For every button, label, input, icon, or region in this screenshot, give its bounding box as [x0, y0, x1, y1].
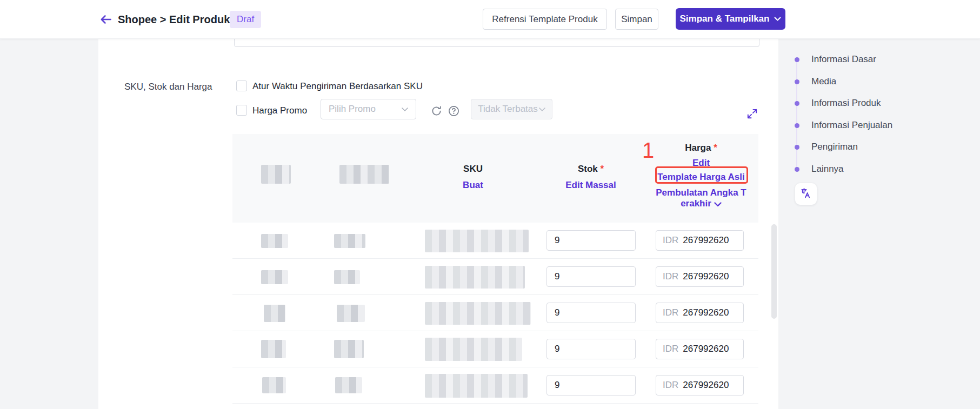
redacted-cell-1 — [264, 305, 285, 322]
stock-limit-value: Tidak Terbatas — [478, 104, 538, 115]
bullet-icon — [795, 79, 799, 84]
table-body: IDR 267992620 IDR 267992620 IDR 26799262… — [232, 223, 758, 404]
redacted-sku-cell — [425, 338, 522, 361]
table-row: IDR 267992620 — [232, 331, 758, 367]
expand-table-button[interactable] — [746, 108, 759, 120]
harga-edit-link[interactable]: Edit — [652, 158, 750, 169]
chevron-down-icon — [714, 199, 722, 210]
table-header: SKU Buat Stok * Edit Massal Harga * Edit… — [232, 134, 758, 223]
stok-input[interactable] — [546, 266, 636, 287]
table-row: IDR 267992620 — [232, 259, 758, 295]
back-button[interactable] — [99, 12, 113, 26]
status-badge: Draf — [230, 11, 261, 28]
refresh-icon — [430, 110, 443, 119]
harga-input[interactable]: IDR 267992620 — [656, 339, 744, 359]
save-button[interactable]: Simpan — [615, 9, 658, 30]
redacted-cell-2 — [334, 234, 365, 248]
bullet-icon — [795, 167, 799, 172]
table-row: IDR 267992620 — [232, 367, 758, 404]
reference-template-button[interactable]: Refrensi Template Produk — [483, 9, 607, 30]
redacted-cell-1 — [262, 377, 286, 393]
chevron-down-icon — [774, 14, 781, 24]
bullet-icon — [795, 101, 799, 106]
help-button[interactable] — [448, 105, 461, 118]
currency-prefix: IDR — [663, 307, 678, 318]
harga-input[interactable]: IDR 267992620 — [656, 266, 744, 287]
page-title: Shopee > Edit Produk — [118, 14, 230, 26]
harga-template-link[interactable]: Template Harga Asli — [652, 172, 750, 183]
column-header-sku: SKU — [446, 164, 500, 175]
redacted-cell-2 — [335, 377, 362, 393]
stok-input[interactable] — [546, 230, 636, 251]
redacted-sku-cell — [425, 230, 529, 252]
harga-value: 267992620 — [683, 344, 729, 354]
stok-input[interactable] — [546, 339, 636, 359]
promo-select-placeholder: Pilih Promo — [329, 104, 376, 115]
currency-prefix: IDR — [663, 235, 678, 246]
promo-price-label: Harga Promo — [252, 105, 307, 116]
table-row: IDR 267992620 — [232, 223, 758, 259]
harga-input[interactable]: IDR 267992620 — [656, 230, 744, 251]
refresh-button[interactable] — [430, 105, 443, 118]
currency-prefix: IDR — [663, 271, 678, 282]
sidebar-item-lainnya[interactable]: Lainnya — [795, 162, 844, 177]
harga-input[interactable]: IDR 267992620 — [656, 375, 744, 395]
column-header-harga: Harga * — [652, 143, 750, 153]
shipping-per-sku-checkbox[interactable] — [236, 81, 247, 91]
redacted-column-header-1 — [261, 165, 291, 184]
sku-create-link[interactable]: Buat — [446, 180, 500, 191]
redacted-cell-1 — [261, 270, 288, 284]
bullet-icon — [795, 57, 799, 62]
sidebar-item-media[interactable]: Media — [795, 74, 836, 89]
redacted-sku-cell — [425, 266, 525, 289]
expand-icon — [746, 112, 758, 122]
redacted-sku-cell — [425, 374, 528, 398]
harga-input[interactable]: IDR 267992620 — [656, 303, 744, 323]
translate-button[interactable] — [795, 183, 817, 205]
redacted-cell-1 — [261, 234, 288, 248]
bullet-icon — [795, 123, 799, 128]
vertical-scrollbar-thumb[interactable] — [771, 224, 777, 319]
column-header-stok: Stok * — [564, 164, 618, 175]
required-asterisk: * — [714, 143, 717, 153]
harga-value: 267992620 — [683, 235, 729, 246]
redacted-cell-2 — [334, 340, 364, 358]
currency-prefix: IDR — [663, 344, 678, 354]
stok-input[interactable] — [546, 375, 636, 395]
currency-prefix: IDR — [663, 380, 678, 391]
save-and-publish-button[interactable]: Simpan & Tampilkan — [676, 8, 785, 30]
redacted-column-header-2 — [339, 165, 389, 184]
redacted-cell-1 — [261, 340, 286, 358]
stok-input[interactable] — [546, 303, 636, 323]
required-asterisk: * — [600, 164, 604, 174]
sidebar-item-pengiriman[interactable]: Pengiriman — [795, 139, 858, 155]
promo-price-checkbox[interactable] — [236, 105, 247, 116]
save-and-publish-label: Simpan & Tampilkan — [680, 14, 770, 24]
sidebar-item-informasi-dasar[interactable]: Informasi Dasar — [795, 52, 876, 67]
chevron-down-icon — [539, 104, 545, 115]
arrow-left-icon — [99, 19, 113, 28]
table-row: IDR 267992620 — [232, 295, 758, 331]
top-header-bar: Shopee > Edit Produk Draf Refrensi Templ… — [0, 0, 980, 39]
harga-value: 267992620 — [683, 307, 729, 318]
promo-select[interactable]: Pilih Promo — [321, 99, 416, 119]
redacted-cell-2 — [337, 305, 365, 322]
translate-icon — [800, 187, 812, 201]
redacted-sku-cell — [425, 302, 531, 325]
harga-value: 267992620 — [683, 380, 729, 391]
sidebar-item-informasi-produk[interactable]: Informasi Produk — [795, 96, 881, 111]
sidebar-item-informasi-penjualan[interactable]: Informasi Penjualan — [795, 118, 892, 133]
bullet-icon — [795, 145, 799, 150]
chevron-down-icon — [402, 104, 408, 115]
stok-bulk-edit-link[interactable]: Edit Massal — [564, 180, 618, 191]
redacted-cell-2 — [334, 270, 360, 284]
stock-limit-select[interactable]: Tidak Terbatas — [471, 99, 552, 119]
harga-rounding-link[interactable]: Pembulatan Angka T erakhir — [652, 187, 750, 209]
harga-value: 267992620 — [683, 271, 729, 282]
shipping-per-sku-label: Atur Waktu Pengiriman Berdasarkan SKU — [252, 81, 423, 92]
question-circle-icon — [448, 110, 460, 119]
section-label: SKU, Stok dan Harga — [124, 82, 212, 92]
annotation-step-number: 1 — [642, 138, 654, 163]
